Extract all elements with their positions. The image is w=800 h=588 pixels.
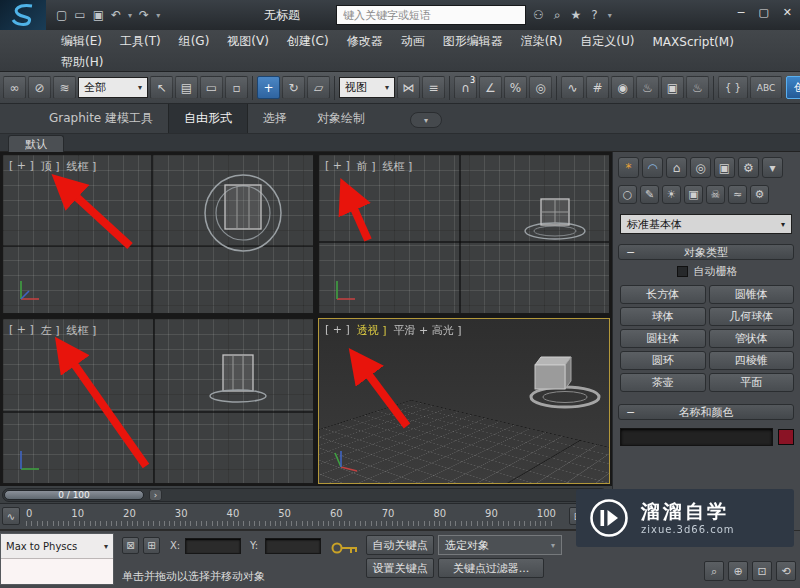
y-coordinate-input[interactable] xyxy=(265,538,321,554)
utilities-tab-icon[interactable]: ⚙ xyxy=(738,157,759,178)
modify-tab-icon[interactable]: ◠ xyxy=(642,157,663,178)
systems-category-icon[interactable]: ⚙ xyxy=(750,185,769,204)
schematic-view-icon[interactable]: # xyxy=(586,76,609,99)
viewport-general-menu[interactable]: [ + ] xyxy=(9,159,34,174)
menu-animation[interactable]: 动画 xyxy=(392,33,434,50)
cylinder-button[interactable]: 圆柱体 xyxy=(620,329,706,348)
viewport-shading-menu[interactable]: 线框 ] xyxy=(383,159,413,174)
open-file-icon[interactable]: ▭ xyxy=(74,8,85,22)
align-icon[interactable]: ≡ xyxy=(422,76,445,99)
favorites-icon[interactable]: ★ xyxy=(571,8,582,22)
new-file-icon[interactable]: ▢ xyxy=(56,8,67,22)
torus-button[interactable]: 圆环 xyxy=(620,351,706,370)
maxscript-editor-icon[interactable]: { } xyxy=(718,76,748,99)
spell-check-icon[interactable]: ABC xyxy=(750,76,782,99)
object-color-swatch[interactable] xyxy=(778,429,794,445)
time-slider-handle[interactable]: 0 / 100 xyxy=(4,490,144,500)
menu-views[interactable]: 视图(V) xyxy=(218,33,278,50)
save-file-icon[interactable]: ▣ xyxy=(93,8,104,22)
rendered-frame-window-icon[interactable]: ▣ xyxy=(661,76,684,99)
search-input[interactable] xyxy=(337,6,525,24)
undo-dropdown-icon[interactable]: ▾ xyxy=(128,11,132,20)
orbit-icon[interactable]: ⟲ xyxy=(776,561,796,581)
unlink-selection-icon[interactable]: ⊘ xyxy=(28,76,51,99)
plane-button[interactable]: 平面 xyxy=(709,373,795,392)
viewport-left[interactable]: [ + ] 左 ] 线框 ] xyxy=(2,318,314,484)
angle-snap-icon[interactable]: ∠ xyxy=(479,76,502,99)
viewport-perspective[interactable]: [ + ] 透视 ] 平滑 + 高光 ] xyxy=(318,318,610,484)
sphere-button[interactable]: 球体 xyxy=(620,307,706,326)
rectangular-selection-icon[interactable]: ▭ xyxy=(200,76,223,99)
name-color-rollout[interactable]: − 名称和颜色 xyxy=(618,404,794,420)
set-key-button[interactable]: 设置关键点 xyxy=(366,558,434,578)
viewport-pov-menu[interactable]: 透视 ] xyxy=(357,323,387,338)
object-name-input[interactable] xyxy=(620,428,773,446)
redo-icon[interactable]: ↷ xyxy=(139,8,149,22)
key-filters-button[interactable]: 关键点过滤器... xyxy=(438,558,544,578)
help-dropdown-icon[interactable]: ▾ xyxy=(608,11,612,20)
geosphere-button[interactable]: 几何球体 xyxy=(709,307,795,326)
autogrid-checkbox[interactable] xyxy=(677,266,688,277)
select-and-link-icon[interactable]: ∞ xyxy=(3,76,26,99)
shapes-category-icon[interactable]: ✎ xyxy=(640,185,659,204)
viewport-shading-menu[interactable]: 线框 ] xyxy=(67,323,97,338)
listener-dropdown-icon[interactable]: ▾ xyxy=(104,542,108,551)
mirror-icon[interactable]: ⋈ xyxy=(397,76,420,99)
lights-category-icon[interactable]: ☀ xyxy=(662,185,681,204)
set-keys-icon[interactable] xyxy=(330,539,360,557)
viewport-top[interactable]: [ + ] 顶 ] 线框 ] xyxy=(2,154,314,314)
pyramid-button[interactable]: 四棱锥 xyxy=(709,351,795,370)
motion-tab-icon[interactable]: ◎ xyxy=(690,157,711,178)
listener-input-row[interactable] xyxy=(1,559,113,584)
tube-button[interactable]: 管状体 xyxy=(709,329,795,348)
object-type-rollout[interactable]: − 对象类型 xyxy=(618,244,794,260)
undo-icon[interactable]: ↶ xyxy=(111,8,121,22)
space-warps-category-icon[interactable]: ≈ xyxy=(728,185,747,204)
snap-toggle-icon[interactable]: ∩3 xyxy=(454,76,477,99)
create-tab-icon[interactable]: * xyxy=(618,157,639,178)
create-highlight-button[interactable]: 创建 xyxy=(786,76,800,99)
cone-button[interactable]: 圆锥体 xyxy=(709,285,795,304)
bind-to-space-warp-icon[interactable]: ≋ xyxy=(53,76,76,99)
time-slider-track[interactable]: 0 / 100 › xyxy=(2,488,608,502)
tab-object-paint[interactable]: 对象绘制 xyxy=(302,104,380,133)
viewport-general-menu[interactable]: [ + ] xyxy=(9,323,34,338)
search-icon[interactable]: ⌕ xyxy=(554,8,561,22)
select-by-name-icon[interactable]: ▤ xyxy=(175,76,198,99)
viewport-front[interactable]: [ + ] 前 ] 线框 ] xyxy=(318,154,610,314)
box-button[interactable]: 长方体 xyxy=(620,285,706,304)
menu-customize[interactable]: 自定义(U) xyxy=(571,33,643,50)
menu-graph-editors[interactable]: 图形编辑器 xyxy=(434,33,512,50)
zoom-extents-icon[interactable]: ⊕ xyxy=(728,561,748,581)
display-tab-icon[interactable]: ▣ xyxy=(714,157,735,178)
listener-dropdown-value[interactable]: Max to Physcs xyxy=(6,541,77,552)
spinner-snap-icon[interactable]: ◎ xyxy=(529,76,552,99)
ribbon-minimize-icon[interactable]: ▾ xyxy=(410,112,442,128)
teapot-button[interactable]: 茶壶 xyxy=(620,373,706,392)
geometry-category-dropdown[interactable]: 标准基本体 ▾ xyxy=(620,214,792,234)
tab-graphite-modeling[interactable]: Graphite 建模工具 xyxy=(34,104,168,133)
select-and-rotate-icon[interactable]: ↻ xyxy=(282,76,305,99)
redo-dropdown-icon[interactable]: ▾ xyxy=(156,11,160,20)
field-of-view-icon[interactable]: ⊡ xyxy=(752,561,772,581)
select-and-move-icon[interactable]: + xyxy=(257,76,280,99)
helpers-category-icon[interactable]: ☠ xyxy=(706,185,725,204)
viewport-shading-menu[interactable]: 线框 ] xyxy=(67,159,97,174)
cameras-category-icon[interactable]: ▣ xyxy=(684,185,703,204)
maxscript-mini-listener[interactable]: Max to Physcs ▾ xyxy=(0,533,114,585)
subtab-default[interactable]: 默认 xyxy=(8,135,64,152)
viewport-shading-menu[interactable]: 平滑 + 高光 ] xyxy=(394,323,462,338)
more-tab-icon[interactable]: ▾ xyxy=(762,157,783,178)
window-crossing-icon[interactable]: ▫ xyxy=(225,76,248,99)
absolute-mode-icon[interactable]: ⊞ xyxy=(143,537,160,554)
next-frame-button[interactable]: › xyxy=(149,489,162,501)
minimize-button[interactable]: ─ xyxy=(738,6,745,19)
geometry-category-icon[interactable]: ○ xyxy=(618,185,637,204)
viewport-pov-menu[interactable]: 前 ] xyxy=(357,159,376,174)
render-setup-icon[interactable]: ♨ xyxy=(636,76,659,99)
selection-set-dropdown[interactable]: 选定对象 ▾ xyxy=(438,535,562,555)
community-icon[interactable]: ⚇ xyxy=(533,8,544,22)
menu-rendering[interactable]: 渲染(R) xyxy=(512,33,572,50)
close-button[interactable]: ✕ xyxy=(783,6,792,19)
3dsmax-logo[interactable] xyxy=(0,0,46,30)
